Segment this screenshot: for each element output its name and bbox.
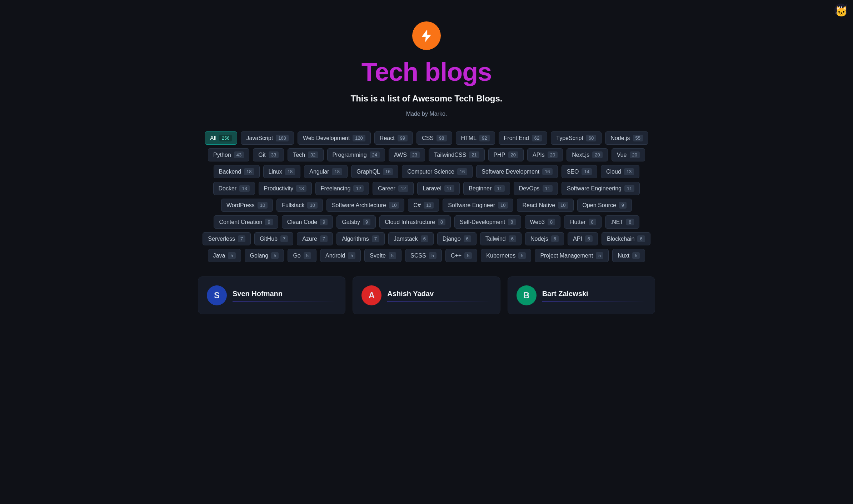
tag-pill[interactable]: Blockchain6 — [602, 232, 650, 245]
tag-pill[interactable]: TailwindCSS21 — [429, 148, 484, 161]
tag-pill[interactable]: Content Creation9 — [214, 215, 278, 229]
tag-pill[interactable]: SEO14 — [562, 165, 597, 178]
tag-label: Software Engineer — [448, 202, 495, 209]
tag-pill[interactable]: Software Engineering11 — [562, 182, 640, 195]
tag-pill[interactable]: React99 — [374, 131, 413, 145]
tag-pill[interactable]: Kubernetes5 — [481, 249, 531, 262]
tag-label: Backend — [219, 169, 241, 175]
tag-count: 168 — [276, 135, 289, 141]
tag-pill[interactable]: GitHub7 — [254, 232, 293, 245]
tag-pill[interactable]: API6 — [568, 232, 598, 245]
tag-label: Clean Code — [287, 219, 318, 225]
tag-pill[interactable]: Software Engineer10 — [443, 199, 513, 212]
tag-pill[interactable]: Python43 — [208, 148, 249, 161]
tag-pill[interactable]: Clean Code9 — [282, 215, 333, 229]
tag-label: Content Creation — [219, 219, 262, 225]
tag-pill[interactable]: HTML92 — [456, 131, 495, 145]
tag-pill[interactable]: Computer Science16 — [402, 165, 473, 178]
avatar: S — [207, 285, 227, 305]
tag-pill[interactable]: Vue20 — [612, 148, 645, 161]
tag-pill[interactable]: Git33 — [253, 148, 284, 161]
tag-pill[interactable]: Career12 — [373, 182, 414, 195]
tag-pill[interactable]: Serverless7 — [203, 232, 251, 245]
tag-pill[interactable]: Golang5 — [245, 249, 284, 262]
tag-pill[interactable]: WordPress10 — [221, 199, 273, 212]
tag-pill[interactable]: GraphQL16 — [351, 165, 398, 178]
tag-pill[interactable]: Android5 — [320, 249, 361, 262]
tag-pill[interactable]: Self-Development8 — [454, 215, 521, 229]
tag-count: 8 — [508, 219, 515, 225]
tag-label: Career — [378, 185, 395, 192]
tag-label: Blockchain — [607, 236, 634, 242]
tag-pill[interactable]: Open Source9 — [577, 199, 632, 212]
tag-pill[interactable]: Cloud Infrastructure8 — [379, 215, 451, 229]
tag-label: Golang — [250, 253, 269, 259]
tag-pill[interactable]: Svelte5 — [364, 249, 401, 262]
tag-pill[interactable]: Docker13 — [213, 182, 255, 195]
tag-pill[interactable]: Backend18 — [214, 165, 260, 178]
tag-count: 7 — [238, 235, 245, 242]
tag-pill[interactable]: Nuxt5 — [612, 249, 645, 262]
tag-pill[interactable]: Jamstack6 — [388, 232, 434, 245]
blog-card[interactable]: BBart Zalewski — [508, 276, 655, 314]
tag-pill[interactable]: Software Architecture10 — [326, 199, 405, 212]
tag-pill[interactable]: Laravel11 — [417, 182, 460, 195]
tag-pill[interactable]: Software Development16 — [476, 165, 558, 178]
tag-pill[interactable]: CSS98 — [416, 131, 452, 145]
tag-pill[interactable]: Node.js55 — [605, 131, 648, 145]
tag-count: 6 — [551, 235, 559, 242]
tag-pill[interactable]: Nodejs6 — [525, 232, 564, 245]
tag-pill[interactable]: Productivity13 — [259, 182, 312, 195]
tag-pill[interactable]: .NET8 — [605, 215, 639, 229]
tag-pill[interactable]: Project Management5 — [535, 249, 609, 262]
tag-pill[interactable]: AWS23 — [389, 148, 425, 161]
blog-card[interactable]: AAshish Yadav — [353, 276, 500, 314]
tag-count: 18 — [244, 168, 254, 175]
tag-pill[interactable]: DevOps11 — [514, 182, 558, 195]
tag-count: 120 — [353, 135, 365, 141]
tag-pill[interactable]: Angular18 — [304, 165, 348, 178]
blog-card[interactable]: SSven Hofmann — [198, 276, 345, 314]
tag-pill[interactable]: TypeScript60 — [551, 131, 602, 145]
tag-pill[interactable]: React Native10 — [517, 199, 573, 212]
tag-pill[interactable]: Azure7 — [297, 232, 333, 245]
tag-count: 10 — [498, 202, 508, 209]
tag-count: 9 — [320, 219, 328, 225]
tag-count: 5 — [271, 252, 279, 259]
tag-pill[interactable]: Freelancing12 — [315, 182, 369, 195]
tag-count: 12 — [398, 185, 408, 192]
tag-pill[interactable]: Tech32 — [288, 148, 323, 161]
tag-count: 10 — [389, 202, 399, 209]
tag-pill[interactable]: Linux18 — [263, 165, 301, 178]
tag-pill[interactable]: Cloud13 — [601, 165, 639, 178]
blog-card-divider — [387, 301, 491, 301]
tag-pill[interactable]: Web38 — [525, 215, 561, 229]
tag-pill[interactable]: C#10 — [408, 199, 439, 212]
tag-count: 16 — [542, 168, 552, 175]
tag-pill[interactable]: Next.js20 — [567, 148, 608, 161]
tag-pill[interactable]: Web Development120 — [298, 131, 371, 145]
tag-pill[interactable]: Django6 — [437, 232, 477, 245]
tag-count: 6 — [637, 235, 645, 242]
tag-pill[interactable]: Algorithms7 — [336, 232, 385, 245]
tag-pill[interactable]: Fullstack10 — [276, 199, 323, 212]
tag-count: 16 — [457, 168, 467, 175]
tag-pill[interactable]: All256 — [205, 131, 237, 145]
tag-label: Front End — [504, 135, 529, 141]
tag-pill[interactable]: C++5 — [445, 249, 477, 262]
tag-count: 55 — [633, 135, 643, 141]
tag-pill[interactable]: JavaScript168 — [241, 131, 294, 145]
tag-pill[interactable]: Beginner11 — [463, 182, 510, 195]
tag-pill[interactable]: PHP20 — [488, 148, 524, 161]
tag-pill[interactable]: Tailwind6 — [480, 232, 522, 245]
tag-pill[interactable]: Front End62 — [499, 131, 548, 145]
tag-pill[interactable]: Gatsby9 — [336, 215, 376, 229]
tag-pill[interactable]: Programming24 — [327, 148, 385, 161]
tag-pill[interactable]: SCSS5 — [405, 249, 442, 262]
tag-count: 18 — [332, 168, 342, 175]
tag-pill[interactable]: Flutter8 — [564, 215, 602, 229]
tag-pill[interactable]: APIs20 — [527, 148, 563, 161]
tag-pill[interactable]: Java5 — [208, 249, 241, 262]
svg-text:🐱: 🐱 — [835, 6, 848, 18]
tag-pill[interactable]: Go5 — [288, 249, 316, 262]
